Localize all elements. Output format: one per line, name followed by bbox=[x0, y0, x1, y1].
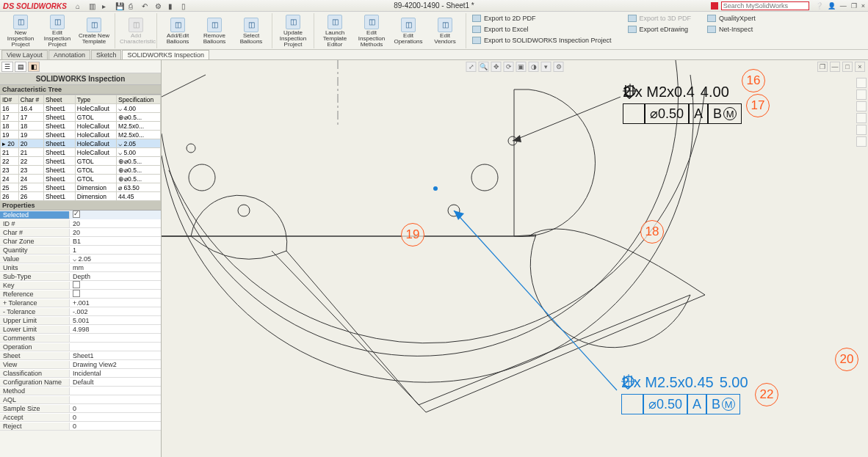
section-icon[interactable]: ▣ bbox=[516, 62, 527, 72]
qat-extra2-icon[interactable]: ▯ bbox=[181, 2, 189, 10]
prop-value[interactable]: +.001 bbox=[70, 299, 161, 307]
qat-save-icon[interactable]: 💾 bbox=[115, 2, 123, 10]
gear-view-icon[interactable]: ⚙ bbox=[554, 62, 564, 72]
rtool3-icon[interactable] bbox=[856, 101, 867, 111]
balloon-16[interactable]: 16 bbox=[742, 69, 765, 92]
tree-row[interactable]: 2323Sheet1GTOL⊕⌀0.5... bbox=[1, 166, 161, 175]
zoom-fit-icon[interactable]: ⤢ bbox=[466, 62, 477, 72]
prop-row[interactable]: Sub-TypeDepth bbox=[0, 272, 161, 281]
prop-row[interactable]: Method bbox=[0, 387, 161, 395]
tab-solidworks-inspection[interactable]: SOLIDWORKS Inspection bbox=[122, 50, 209, 59]
tree-row[interactable]: ▸ 2020Sheet1HoleCallout⌵ 2.05 bbox=[1, 139, 161, 148]
export-excel-button[interactable]: Export to Excel bbox=[472, 24, 612, 34]
balloon-17[interactable]: 17 bbox=[746, 94, 770, 117]
user-icon[interactable]: 👤 bbox=[828, 2, 836, 10]
minimize-icon[interactable]: — bbox=[840, 2, 847, 10]
balloon-18[interactable]: 18 bbox=[640, 220, 664, 244]
prop-row[interactable]: + Tolerance+.001 bbox=[0, 299, 161, 307]
prop-value[interactable]: 20 bbox=[70, 220, 161, 227]
tab-sketch[interactable]: Sketch bbox=[91, 50, 122, 59]
prop-row[interactable]: Unitsmm bbox=[0, 263, 161, 272]
tree-row[interactable]: 2222Sheet1GTOL⊕⌀0.5... bbox=[1, 157, 161, 166]
restore-icon[interactable]: ❐ bbox=[851, 2, 857, 10]
prop-value[interactable]: 4.998 bbox=[70, 326, 161, 333]
search-input[interactable] bbox=[721, 1, 809, 10]
qat-open-icon[interactable]: ▸ bbox=[102, 2, 109, 10]
launch-template-editor-button[interactable]: ◫Launch Template Editor bbox=[317, 13, 352, 48]
prop-row[interactable]: Char #20 bbox=[0, 228, 161, 237]
prop-row[interactable]: Reject0 bbox=[0, 422, 161, 431]
qat-options-icon[interactable]: ⚙ bbox=[155, 2, 162, 10]
tree-header[interactable]: Char # bbox=[18, 95, 43, 104]
close-icon[interactable]: × bbox=[861, 2, 865, 10]
prop-row[interactable]: Char ZoneB1 bbox=[0, 237, 161, 246]
tree-header[interactable]: ID# bbox=[1, 95, 19, 104]
add-edit-balloons-button[interactable]: ◫Add/Edit Balloons bbox=[160, 13, 195, 48]
drawing-area[interactable]: ⤢ 🔍 ✥ ⟳ ▣ ◑ ▾ ⚙ ❐ — □ × bbox=[162, 60, 868, 457]
prop-row[interactable]: Configuration NameDefault bbox=[0, 378, 161, 387]
qat-home-icon[interactable]: ⌂ bbox=[76, 2, 83, 10]
rtool5-icon[interactable] bbox=[856, 125, 867, 135]
pan-icon[interactable]: ✥ bbox=[491, 62, 502, 72]
prop-value[interactable]: -.002 bbox=[70, 308, 161, 315]
tree-row[interactable]: 2424Sheet1GTOL⊕⌀0.5... bbox=[1, 175, 161, 183]
prop-value[interactable]: 0 bbox=[70, 405, 161, 412]
shaded-icon[interactable]: ◑ bbox=[529, 62, 539, 72]
tree-row[interactable]: 2626Sheet1Dimension44.45 bbox=[1, 192, 161, 201]
prop-value[interactable]: Depth bbox=[70, 273, 161, 280]
prop-value[interactable]: 0 bbox=[70, 423, 161, 430]
callout-hole-m2[interactable]: 2 x M2x0.4 4.00 ⌀ 0.50 A BM bbox=[623, 84, 742, 124]
prop-row[interactable]: ID #20 bbox=[0, 219, 161, 228]
vc-max-icon[interactable]: □ bbox=[842, 62, 853, 72]
qat-new-icon[interactable]: ▥ bbox=[89, 2, 96, 10]
prop-row[interactable]: Accept0 bbox=[0, 413, 161, 422]
prop-value[interactable] bbox=[70, 281, 161, 290]
prop-row[interactable]: Lower Limit4.998 bbox=[0, 325, 161, 334]
rtool6-icon[interactable] bbox=[856, 136, 867, 147]
prop-value[interactable]: mm bbox=[70, 264, 161, 271]
tab-view-layout[interactable]: View Layout bbox=[1, 50, 48, 59]
balloon-19[interactable]: 19 bbox=[401, 223, 424, 246]
prop-row[interactable]: - Tolerance-.002 bbox=[0, 307, 161, 316]
qat-extra1-icon[interactable]: ▮ bbox=[168, 2, 176, 10]
edit-operations-button[interactable]: ◫Edit Operations bbox=[391, 13, 426, 48]
prop-row[interactable]: Comments bbox=[0, 334, 161, 343]
prop-row[interactable]: ViewDrawing View2 bbox=[0, 360, 161, 369]
tree-header[interactable]: Type bbox=[75, 95, 116, 104]
tree-header[interactable]: Sheet bbox=[44, 95, 76, 104]
netinspect-button[interactable]: Net-Inspect bbox=[707, 24, 756, 34]
edit-vendors-button[interactable]: ◫Edit Vendors bbox=[427, 13, 466, 48]
prop-row[interactable]: Operation bbox=[0, 343, 161, 351]
zoom-area-icon[interactable]: 🔍 bbox=[479, 62, 489, 72]
prop-row[interactable]: Reference bbox=[0, 290, 161, 299]
vc-restore-icon[interactable]: ❐ bbox=[817, 62, 828, 72]
qat-undo-icon[interactable]: ↶ bbox=[142, 2, 149, 10]
tree-row[interactable]: 1717Sheet1GTOL⊕⌀0.5... bbox=[1, 113, 161, 122]
prop-row[interactable]: Value⌵ 2.05 bbox=[0, 255, 161, 263]
prop-value[interactable]: 1 bbox=[70, 246, 161, 254]
characteristic-tree[interactable]: ID#Char #SheetTypeSpecification1616.4She… bbox=[0, 95, 161, 201]
vc-close-icon[interactable]: × bbox=[855, 62, 865, 72]
create-new-template-button[interactable]: ◫Create New Template bbox=[76, 13, 115, 48]
tree-row[interactable]: 2121Sheet1HoleCallout⌵ 5.00 bbox=[1, 148, 161, 157]
prop-value[interactable]: ⌵ 2.05 bbox=[70, 255, 161, 263]
qat-print-icon[interactable]: ⎙ bbox=[129, 2, 136, 10]
rotate-icon[interactable]: ⟳ bbox=[504, 62, 514, 72]
prop-value[interactable]: Sheet1 bbox=[70, 352, 161, 359]
prop-row[interactable]: AQL bbox=[0, 395, 161, 404]
remove-balloons-button[interactable]: ◫Remove Balloons bbox=[197, 13, 232, 48]
prop-row[interactable]: Quantity1 bbox=[0, 246, 161, 255]
prop-value[interactable]: 20 bbox=[70, 229, 161, 236]
rtool1-icon[interactable] bbox=[856, 78, 867, 88]
prop-value[interactable]: Incidental bbox=[70, 370, 161, 377]
prop-row[interactable]: Upper Limit5.001 bbox=[0, 316, 161, 325]
prop-row[interactable]: Key bbox=[0, 281, 161, 290]
prop-value[interactable]: Default bbox=[70, 379, 161, 386]
balloon-20[interactable]: 20 bbox=[835, 348, 858, 371]
panel-tab1-icon[interactable]: ☰ bbox=[1, 62, 13, 72]
balloon-22[interactable]: 22 bbox=[755, 383, 778, 406]
export-2dpdf-button[interactable]: Export to 2D PDF bbox=[472, 13, 612, 23]
export-edrawing-button[interactable]: Export eDrawing bbox=[628, 24, 692, 34]
edit-inspection-methods-button[interactable]: ◫Edit Inspection Methods bbox=[354, 13, 389, 48]
tree-row[interactable]: 2525Sheet1Dimension⌀ 63.50 bbox=[1, 183, 161, 192]
